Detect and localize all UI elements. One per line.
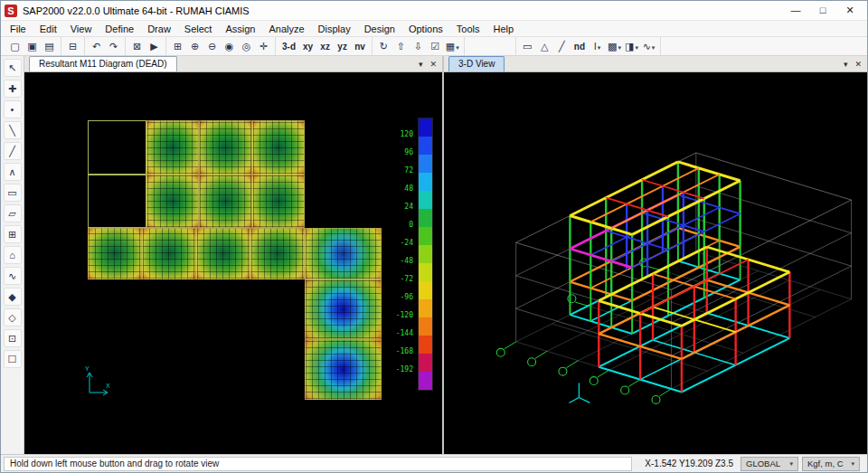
coordinate-system-selector[interactable]: GLOBAL ▾ <box>741 457 798 471</box>
lock-model-icon[interactable]: ⊠ <box>129 39 145 54</box>
slab-panel[interactable] <box>252 120 305 175</box>
select-window-icon[interactable]: ☐ <box>4 350 22 368</box>
pan-icon[interactable]: ✛ <box>256 39 271 54</box>
menu-define[interactable]: Define <box>105 24 134 34</box>
snap-to-joints-icon[interactable]: ◆ <box>4 288 22 306</box>
zoom-out-icon[interactable]: ⊖ <box>204 39 220 54</box>
slab-panel[interactable] <box>252 175 305 228</box>
slab-panel[interactable] <box>146 175 199 228</box>
run-analysis-icon[interactable]: ▶ <box>146 39 162 54</box>
menu-file[interactable]: File <box>10 24 26 34</box>
chevron-down-icon[interactable]: ▾ <box>635 44 638 51</box>
redo-icon[interactable]: ↷ <box>106 39 121 54</box>
chevron-down-icon[interactable]: ▾ <box>652 44 656 51</box>
menu-assign[interactable]: Assign <box>225 24 255 34</box>
menu-design[interactable]: Design <box>364 24 395 34</box>
legend-color-segment <box>419 263 432 281</box>
tab-resultant-m11-diagram[interactable]: Resultant M11 Diagram (DEAD) <box>29 56 177 71</box>
draw-rect-icon[interactable]: ▭ <box>520 39 535 54</box>
menu-tools[interactable]: Tools <box>457 24 480 34</box>
zoom-window-icon[interactable]: ⊞ <box>170 39 185 54</box>
slab-panel[interactable] <box>88 175 146 228</box>
open-model-icon[interactable]: ▣ <box>24 39 40 54</box>
units-selector[interactable]: Kgf, m, C ▾ <box>802 457 860 471</box>
draw-frame-icon[interactable]: ╲ <box>4 121 22 139</box>
up-one-gridline-icon[interactable]: ⇧ <box>393 39 409 54</box>
reshape-object-icon[interactable]: ✚ <box>4 80 22 98</box>
assign-pattern-icon[interactable]: ▩▾ <box>607 39 622 54</box>
nd-view-button[interactable]: nd <box>571 39 588 54</box>
menu-select[interactable]: Select <box>184 24 212 34</box>
chevron-down-icon[interactable]: ▾ <box>618 44 621 51</box>
zoom-previous-icon[interactable]: ◎ <box>239 39 254 54</box>
save-model-icon[interactable]: ▤ <box>42 39 57 54</box>
slab-panel[interactable] <box>199 175 252 228</box>
window-title: SAP2000 v22.0.0 Ultimate 64-bit - RUMAH … <box>23 5 782 16</box>
slab-panel[interactable] <box>305 228 382 279</box>
legend-color-segment <box>419 173 432 191</box>
legend-color-segment <box>419 299 432 317</box>
menu-edit[interactable]: Edit <box>40 24 57 34</box>
new-model-icon[interactable]: ▢ <box>7 39 23 54</box>
quick-draw-area-icon[interactable]: ⊞ <box>4 225 22 243</box>
menu-analyze[interactable]: Analyze <box>269 24 304 34</box>
menu-draw[interactable]: Draw <box>147 24 171 34</box>
snap-to-intersections-icon[interactable]: ⊡ <box>4 329 22 347</box>
slab-panel[interactable] <box>88 228 142 279</box>
m11-contour-canvas[interactable]: Y X 120967248240-24-48-72-96-120-144-168… <box>24 72 442 454</box>
down-one-gridline-icon[interactable]: ⇩ <box>410 39 426 54</box>
panel-close-icon[interactable]: ✕ <box>854 60 862 69</box>
draw-frame-icon[interactable]: ╱ <box>554 39 570 54</box>
draw-quad-area-icon[interactable]: ▱ <box>4 204 22 222</box>
display-options-icon[interactable]: ▦▾ <box>445 39 460 54</box>
draw-poly-icon[interactable]: △ <box>537 39 552 54</box>
menu-display[interactable]: Display <box>318 24 351 34</box>
slab-panel[interactable] <box>196 228 250 279</box>
chevron-down-icon[interactable]: ▾ <box>456 44 459 51</box>
draw-joint-icon[interactable]: • <box>4 100 22 118</box>
function-icon[interactable]: ∿▾ <box>641 39 656 54</box>
rotate-view-icon[interactable]: ↻ <box>376 39 392 54</box>
view-xy-button[interactable]: xy <box>300 39 316 54</box>
slab-panel[interactable] <box>199 120 252 175</box>
object-options-check-icon[interactable]: ☑ <box>428 39 443 54</box>
slab-panel[interactable] <box>142 228 196 279</box>
section-designer-icon[interactable]: I▾ <box>590 39 605 54</box>
maximize-button[interactable]: □ <box>809 5 836 16</box>
zoom-full-icon[interactable]: ◉ <box>222 39 237 54</box>
panel-menu-icon[interactable]: ▾ <box>844 60 848 69</box>
show-forms-icon[interactable]: ◨▾ <box>624 39 639 54</box>
undo-icon[interactable]: ↶ <box>89 39 104 54</box>
tab-3d-view[interactable]: 3-D View <box>448 56 505 71</box>
chevron-down-icon[interactable]: ▾ <box>598 44 601 51</box>
print-icon[interactable]: ⊟ <box>65 39 80 54</box>
menu-help[interactable]: Help <box>494 24 514 34</box>
slab-panel[interactable] <box>146 120 199 175</box>
slab-panel[interactable] <box>305 339 382 400</box>
menu-options[interactable]: Options <box>409 24 443 34</box>
snap-to-midpoints-icon[interactable]: ◇ <box>4 308 22 326</box>
view-nv-button[interactable]: nv <box>352 39 368 54</box>
panel-menu-icon[interactable]: ▾ <box>419 60 423 69</box>
quick-draw-frame-icon[interactable]: ╱ <box>4 142 22 160</box>
select-pointer-icon[interactable]: ↖ <box>4 59 22 77</box>
right-panel: 3-D View ▾ ✕ <box>444 56 867 454</box>
legend-value: 72 <box>388 166 413 175</box>
panel-close-icon[interactable]: ✕ <box>429 60 437 69</box>
draw-link-icon[interactable]: ∿ <box>4 267 22 285</box>
slab-panel[interactable] <box>250 228 305 279</box>
minimize-button[interactable]: — <box>782 5 809 16</box>
view-3d-button[interactable]: 3-d <box>279 39 298 54</box>
slab-panel[interactable] <box>305 279 382 339</box>
slab-panel[interactable] <box>88 120 146 175</box>
grid-bubble <box>590 377 598 385</box>
zoom-in-icon[interactable]: ⊕ <box>187 39 203 54</box>
3d-view-canvas[interactable] <box>444 72 867 454</box>
close-button[interactable]: ✕ <box>836 5 863 16</box>
draw-poly-area-icon[interactable]: ⌂ <box>4 246 22 264</box>
view-yz-button[interactable]: yz <box>335 39 350 54</box>
draw-rect-area-icon[interactable]: ▭ <box>4 184 22 202</box>
menu-view[interactable]: View <box>71 24 92 34</box>
quick-draw-braces-icon[interactable]: ∧ <box>4 163 22 181</box>
view-xz-button[interactable]: xz <box>317 39 333 54</box>
